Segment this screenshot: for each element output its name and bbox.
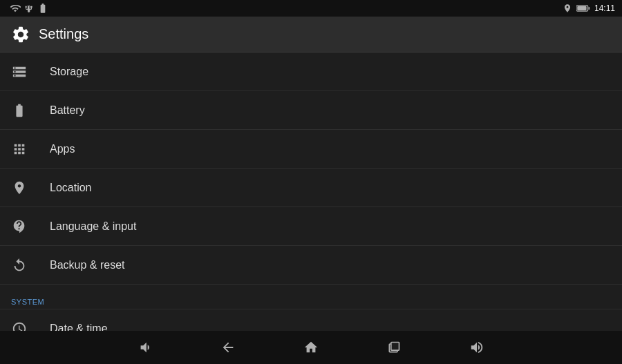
location-status-icon — [563, 3, 572, 13]
location-icon — [11, 180, 28, 196]
settings-list: Storage Battery Apps Location — [0, 52, 622, 331]
page-title: Settings — [39, 26, 88, 42]
svg-rect-1 — [588, 7, 590, 10]
settings-icon — [11, 25, 30, 44]
storage-label: Storage — [50, 66, 88, 78]
battery-status-icon — [576, 3, 590, 13]
sidebar-item-storage[interactable]: Storage — [0, 52, 622, 91]
back-button[interactable] — [214, 334, 242, 361]
nav-bar — [0, 331, 622, 364]
apps-icon — [11, 141, 28, 157]
battery-icon — [11, 102, 28, 119]
battery-small-icon — [37, 3, 48, 14]
location-label: Location — [50, 182, 92, 194]
system-section-header: SYSTEM — [0, 285, 622, 309]
sidebar-item-location[interactable]: Location — [0, 169, 622, 207]
sidebar-item-datetime[interactable]: Date & time — [0, 309, 622, 331]
recents-button[interactable] — [380, 334, 408, 361]
wifi-icon — [10, 3, 21, 14]
svg-rect-4 — [391, 343, 399, 351]
apps-label: Apps — [50, 143, 75, 155]
volume-down-button[interactable] — [131, 334, 159, 361]
sidebar-item-apps[interactable]: Apps — [0, 130, 622, 169]
svg-rect-2 — [577, 6, 586, 10]
usb-icon — [23, 3, 35, 14]
sidebar-item-battery[interactable]: Battery — [0, 91, 622, 130]
battery-label: Battery — [50, 104, 85, 117]
time-display: 14:11 — [594, 3, 615, 13]
sidebar-item-language[interactable]: Language & input — [0, 207, 622, 246]
storage-icon — [11, 64, 28, 80]
title-bar: Settings — [0, 17, 622, 52]
home-button[interactable] — [297, 334, 325, 361]
sidebar-item-backup[interactable]: Backup & reset — [0, 246, 622, 285]
datetime-label: Date & time — [50, 323, 108, 332]
language-icon — [11, 218, 28, 235]
backup-icon — [11, 257, 28, 274]
volume-up-button[interactable] — [463, 334, 491, 361]
status-bar: 14:11 — [0, 0, 622, 17]
language-label: Language & input — [50, 220, 136, 233]
clock-icon — [11, 320, 28, 332]
backup-label: Backup & reset — [50, 259, 125, 271]
status-left-icons — [7, 3, 48, 14]
